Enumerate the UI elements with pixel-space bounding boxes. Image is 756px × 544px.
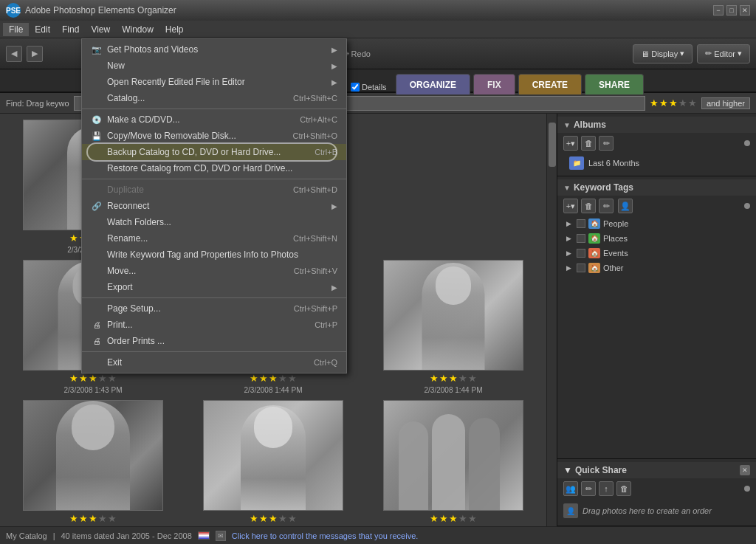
menu-print[interactable]: 🖨 Print... Ctrl+P [82,317,346,333]
editor-button[interactable]: ✏ Editor ▾ [697,44,750,63]
keyword-tags-header[interactable]: ▼ Keyword Tags [557,179,756,196]
back-button[interactable]: ◀ [6,46,22,62]
menu-edit[interactable]: Edit [29,23,56,36]
tab-share-label: SHARE [599,80,630,90]
keyword-row-other[interactable]: ▶ 🏠 Other [557,261,756,275]
keyword-user-icon-btn[interactable]: 👤 [618,199,633,213]
details-checkbox[interactable] [351,83,360,92]
star-1[interactable]: ★ [650,97,659,109]
scroll-thumb[interactable] [549,123,556,167]
star-3[interactable]: ★ [669,97,678,109]
photo-cell-8[interactable]: ★★★★★ [366,400,540,526]
other-expand-icon[interactable]: ▶ [566,264,574,272]
menu-open-recently[interactable]: Open Recently Edited File in Editor ▶ [82,74,346,90]
photo-thumb-8[interactable] [383,400,523,511]
qs-edit-icon: ✏ [585,484,592,494]
menu-backup-catalog[interactable]: Backup Catalog to CD, DVD or Hard Drive.… [82,144,346,160]
events-expand-icon[interactable]: ▶ [566,249,574,257]
qs-edit-btn[interactable]: ✏ [581,481,596,496]
menu-copy-move[interactable]: 💾 Copy/Move to Removable Disk... Ctrl+Sh… [82,128,346,144]
people-checkbox[interactable] [577,219,585,228]
photo-thumb-7[interactable] [203,400,343,511]
display-button[interactable]: 🖥 Display ▾ [633,44,693,63]
close-button[interactable]: ✕ [740,5,750,16]
menu-page-setup[interactable]: Page Setup... Ctrl+Shift+P [82,300,346,317]
camera-icon: 📷 [91,44,103,55]
photo-sim-5 [384,261,523,370]
albums-edit-button[interactable]: ✏ [599,136,614,151]
photo-cell-7[interactable]: ★★★★★ [186,400,360,526]
add-dropdown-icon: ▾ [571,139,575,148]
menu-reconnect[interactable]: 🔗 Reconnect ▶ [82,198,346,214]
star-rating[interactable]: ★ ★ ★ ★ ★ [650,97,697,109]
keyword-expand-icon: ▼ [563,184,571,192]
menubar: File Edit Find View Window Help [0,21,756,38]
export-arrow-icon: ▶ [331,283,337,292]
forward-button[interactable]: ▶ [27,46,43,62]
status-message[interactable]: Click here to control the messages that … [232,531,419,540]
menu-export[interactable]: Export ▶ [82,279,346,295]
titlebar: PSE Adobe Photoshop Elements Organizer −… [0,0,756,21]
star-2[interactable]: ★ [659,97,668,109]
people-expand-icon[interactable]: ▶ [566,220,574,227]
photo-cell-6[interactable]: ★★★★★ [6,400,180,526]
menu-catalog[interactable]: Catalog... Ctrl+Shift+C [82,90,346,106]
menu-get-photos[interactable]: 📷 Get Photos and Videos ▶ [82,41,346,58]
menu-find[interactable]: Find [56,23,85,36]
tab-organize[interactable]: ORGANIZE [396,74,470,94]
star-4[interactable]: ★ [678,97,687,109]
qs-share-icon-btn[interactable]: 👥 [563,481,578,496]
keyword-edit-button[interactable]: ✏ [599,199,614,213]
restore-button[interactable]: □ [726,5,737,16]
keyword-delete-button[interactable]: 🗑 [581,199,596,213]
places-checkbox[interactable] [577,234,585,243]
tab-share[interactable]: SHARE [585,74,644,94]
menu-make-cd[interactable]: 💿 Make a CD/DVD... Ctrl+Alt+C [82,111,346,128]
quick-share-drag-area[interactable]: 👤 Drag photos here to create an order [557,499,756,523]
albums-add-button[interactable]: + ▾ [563,136,578,151]
tab-fix[interactable]: FIX [473,74,515,94]
menu-order-prints[interactable]: 🖨 Order Prints ... [82,333,346,349]
menu-file[interactable]: File [3,23,29,36]
menu-write-keyword[interactable]: Write Keyword Tag and Properties Info to… [82,247,346,263]
keyword-row-people[interactable]: ▶ 🏠 People [557,216,756,231]
menu-watch-folders[interactable]: Watch Folders... [82,214,346,230]
qs-delete-btn[interactable]: 🗑 [616,481,631,496]
albums-delete-button[interactable]: 🗑 [581,136,596,151]
quick-share-close-button[interactable]: ✕ [740,465,750,475]
photo-cell-empty [366,120,540,254]
menu-exit[interactable]: Exit Ctrl+Q [82,354,346,371]
print-icon: 🖨 [91,319,103,331]
photo-thumb-5[interactable] [383,260,523,371]
photo-thumb-6[interactable] [23,400,163,511]
keyword-row-places[interactable]: ▶ 🏠 Places [557,231,756,246]
photo-cell-5[interactable]: ★★★★★ 2/3/2008 1:44 PM [366,260,540,394]
menu-view[interactable]: View [85,23,116,36]
albums-header[interactable]: ▼ Albums [557,117,756,133]
qs-upload-btn[interactable]: ↑ [599,481,614,496]
menu-rename[interactable]: Rename... Ctrl+Shift+N [82,230,346,247]
minimize-button[interactable]: − [713,5,724,16]
qs-person-icon: 👥 [566,484,576,494]
rating-label[interactable]: and higher [701,97,750,109]
menu-restore-catalog[interactable]: Restore Catalog from CD, DVD or Hard Dri… [82,160,346,176]
places-expand-icon[interactable]: ▶ [566,235,574,242]
menu-window[interactable]: Window [116,23,159,36]
tab-create[interactable]: CREATE [518,74,582,94]
menu-move[interactable]: Move... Ctrl+Shift+V [82,263,346,279]
events-checkbox[interactable] [577,249,585,258]
vertical-scrollbar[interactable] [546,114,557,526]
menu-help[interactable]: Help [159,23,190,36]
tab-create-label: CREATE [532,80,568,90]
keyword-add-button[interactable]: + ▾ [563,199,578,213]
menu-new[interactable]: New ▶ [82,58,346,74]
keyword-row-events[interactable]: ▶ 🏠 Events [557,246,756,261]
album-item-last6months[interactable]: 📁 Last 6 Months [557,154,756,173]
keyword-people-label: People [603,219,628,228]
qs-delete-icon: 🗑 [620,484,628,493]
trash-icon: 🗑 [585,139,593,148]
star-5[interactable]: ★ [688,97,697,109]
keyword-trash-icon: 🗑 [585,202,593,210]
photo-sim-8 [384,401,523,510]
other-checkbox[interactable] [577,264,585,272]
